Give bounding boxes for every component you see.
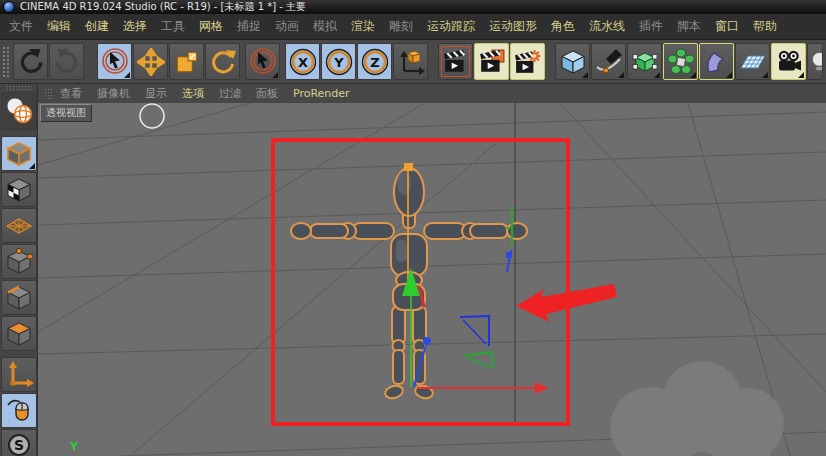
rotate-tool-button[interactable] [205, 43, 240, 80]
menu-animate[interactable]: 动画 [268, 18, 306, 35]
snap-button[interactable]: S [1, 429, 37, 456]
vp-menu-panel[interactable]: 面板 [256, 86, 278, 101]
viewport-view-label[interactable]: 透视视图 [40, 104, 92, 122]
vp-menu-prorender[interactable]: ProRender [293, 87, 350, 100]
axis-icon [4, 360, 34, 390]
vp-menu-display[interactable]: 显示 [145, 86, 167, 101]
menu-mesh[interactable]: 网格 [192, 18, 230, 35]
viewport-canvas[interactable]: Y [38, 103, 826, 456]
deformer-icon [703, 48, 731, 76]
deformer-button[interactable] [699, 43, 734, 80]
subdivision-surface-button[interactable] [627, 43, 662, 80]
vp-menu-view[interactable]: 查看 [60, 86, 82, 101]
workplane-mode-button[interactable] [1, 208, 37, 243]
app-icon [3, 1, 15, 13]
render-to-picture-viewer-button[interactable] [474, 43, 509, 80]
light-bulb-icon [808, 48, 822, 76]
make-editable-icon [4, 96, 34, 126]
window-title: CINEMA 4D R19.024 Studio (RC - R19) - [未… [20, 0, 306, 14]
enable-axis-button[interactable] [1, 357, 37, 392]
mouse-icon [4, 396, 34, 426]
menu-simulate[interactable]: 模拟 [306, 18, 344, 35]
menu-sculpt[interactable]: 雕刻 [382, 18, 420, 35]
knee-joint-handle [423, 337, 431, 345]
live-selection-button[interactable] [97, 43, 132, 80]
menu-mograph[interactable]: 运动图形 [482, 18, 544, 35]
menu-script[interactable]: 脚本 [670, 18, 708, 35]
subdivision-surface-icon [631, 48, 659, 76]
render-settings-icon [515, 49, 541, 75]
svg-text:S: S [13, 437, 23, 453]
mograph-icon [667, 48, 695, 76]
menu-pipeline[interactable]: 流水线 [582, 18, 632, 35]
redo-button[interactable] [49, 43, 84, 80]
model-mode-icon [4, 139, 34, 169]
live-selection-icon [100, 47, 130, 77]
spline-pen-button[interactable] [591, 43, 626, 80]
undo-button[interactable] [13, 43, 48, 80]
toolbar-grip[interactable] [2, 46, 10, 78]
selection-tool-button[interactable] [245, 43, 280, 80]
menu-select[interactable]: 选择 [116, 18, 154, 35]
menu-motion-tracker[interactable]: 运动跟踪 [420, 18, 482, 35]
vp-menu-filter[interactable]: 过滤 [219, 86, 241, 101]
model-mode-button[interactable] [1, 136, 37, 171]
spine-root-handle [404, 163, 413, 171]
menu-render[interactable]: 渲染 [344, 18, 382, 35]
workplane-icon [4, 211, 34, 241]
rotate-icon [209, 48, 237, 76]
polygons-mode-icon [4, 319, 34, 349]
move-tool-button[interactable] [133, 43, 168, 80]
svg-text:Y: Y [333, 55, 344, 70]
viewport-solo-button[interactable] [1, 393, 37, 428]
axis-z-lock-button[interactable]: Z [357, 43, 392, 80]
camera-icon [775, 48, 803, 76]
main-toolbar: X Y Z [0, 40, 826, 84]
menu-plugins[interactable]: 插件 [632, 18, 670, 35]
make-editable-button[interactable] [1, 92, 37, 130]
points-mode-icon [4, 247, 34, 277]
axis-indicator-label: Y [69, 440, 79, 453]
menu-character[interactable]: 角色 [544, 18, 582, 35]
vp-menu-options[interactable]: 选项 [182, 86, 204, 101]
svg-text:Z: Z [370, 55, 379, 70]
render-to-picture-viewer-icon [479, 49, 505, 75]
menu-snap[interactable]: 捕捉 [230, 18, 268, 35]
coordinate-system-button[interactable] [393, 43, 428, 80]
perspective-viewport[interactable]: 透视视图 [38, 103, 826, 456]
menu-create[interactable]: 创建 [78, 18, 116, 35]
viewport-menu-grip[interactable] [44, 88, 54, 100]
menu-help[interactable]: 帮助 [746, 18, 784, 35]
gray-blob-overlay [610, 361, 784, 456]
edges-mode-button[interactable] [1, 280, 37, 315]
floor-grid-icon [739, 48, 767, 76]
menu-file[interactable]: 文件 [2, 18, 40, 35]
edit-render-settings-button[interactable] [510, 43, 545, 80]
redo-icon [53, 48, 81, 76]
light-button[interactable] [807, 43, 823, 80]
scale-icon [173, 48, 201, 76]
menu-edit[interactable]: 编辑 [40, 18, 78, 35]
svg-text:X: X [297, 55, 307, 70]
texture-mode-icon [4, 175, 34, 205]
axis-x-lock-button[interactable]: X [285, 43, 320, 80]
edges-mode-icon [4, 283, 34, 313]
points-mode-button[interactable] [1, 244, 37, 279]
hand-joint-handle [506, 252, 512, 258]
camera-button[interactable] [771, 43, 806, 80]
axis-y-lock-button[interactable]: Y [321, 43, 356, 80]
texture-mode-button[interactable] [1, 172, 37, 207]
render-view-icon [443, 49, 469, 75]
menu-tools[interactable]: 工具 [154, 18, 192, 35]
polygons-mode-button[interactable] [1, 316, 37, 351]
vp-menu-cameras[interactable]: 摄像机 [97, 86, 130, 101]
menu-window[interactable]: 窗口 [708, 18, 746, 35]
sidebar-grip[interactable] [6, 85, 32, 91]
render-view-button[interactable] [438, 43, 473, 80]
coordinate-system-icon [397, 48, 425, 76]
floor-environment-button[interactable] [735, 43, 770, 80]
primitive-cube-button[interactable] [555, 43, 590, 80]
mograph-button[interactable] [663, 43, 698, 80]
x-axis-arrow [535, 382, 549, 394]
scale-tool-button[interactable] [169, 43, 204, 80]
